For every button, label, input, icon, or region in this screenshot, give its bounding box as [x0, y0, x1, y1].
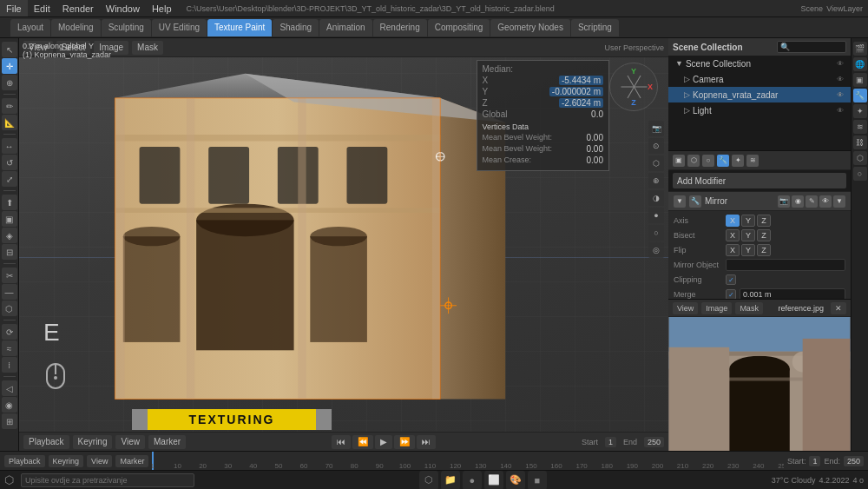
particles-props-btn[interactable]: ✦ — [853, 104, 867, 118]
timeline-playback-btn[interactable]: Playback — [4, 455, 45, 467]
tab-layout[interactable]: Layout — [10, 19, 50, 36]
loop-cut-btn[interactable]: ⊟ — [2, 244, 17, 260]
gizmo-z-axis[interactable]: Z — [631, 98, 636, 107]
push-pull-btn[interactable]: ⊞ — [2, 413, 17, 429]
axis-y-btn[interactable]: Y — [741, 215, 755, 227]
ie-image-btn[interactable]: Image — [701, 302, 732, 314]
scene-collection-toggle[interactable]: 👁 — [837, 60, 844, 68]
modifier-tab-object[interactable]: ▣ — [673, 155, 685, 167]
camera-view-btn[interactable]: 📷 — [648, 121, 664, 136]
marker-btn[interactable]: Marker — [148, 435, 186, 449]
modifier-apply-btn[interactable]: ▼ — [833, 195, 845, 208]
timeline-marker-btn[interactable]: Marker — [115, 455, 148, 467]
slide-btn[interactable]: ◁ — [2, 380, 17, 396]
timeline-track[interactable]: 1 10 20 30 40 50 60 70 80 90 100 110 120… — [152, 452, 784, 470]
outliner-search-input[interactable] — [777, 41, 846, 53]
move-tool-btn[interactable]: ⊕ — [2, 75, 17, 90]
rotate-btn[interactable]: ↺ — [2, 155, 17, 170]
shading-rendered-btn[interactable]: ◎ — [648, 242, 664, 258]
playback-btn[interactable]: Playback — [23, 435, 69, 449]
extrude-btn[interactable]: ⬆ — [2, 195, 17, 210]
flip-z-btn[interactable]: Z — [757, 244, 771, 256]
modifier-tab-material[interactable]: ○ — [702, 155, 714, 167]
mean-bevel-val-1[interactable]: 0.00 — [587, 133, 603, 142]
scene-props-btn[interactable]: 🎬 — [853, 42, 867, 56]
gizmo-y-axis[interactable]: Y — [631, 67, 636, 76]
mirror-object-value[interactable] — [726, 259, 845, 271]
gizmo-x-axis[interactable]: X — [648, 83, 653, 91]
add-modifier-btn[interactable]: Add Modifier — [673, 173, 846, 188]
merge-checkbox[interactable] — [726, 289, 736, 299]
world-props-btn[interactable]: 🌐 — [853, 57, 867, 71]
next-keyframe-btn[interactable]: ⏩ — [394, 435, 415, 449]
taskbar-code-btn[interactable]: ⬜ — [484, 471, 503, 490]
menu-file[interactable]: File — [0, 0, 28, 17]
cursor-tool-btn[interactable]: ✛ — [2, 58, 17, 74]
view-timeline-btn[interactable]: View — [115, 435, 145, 449]
modifier-realtime-btn[interactable]: 👁 — [819, 195, 832, 208]
tab-sculpting[interactable]: Sculpting — [102, 19, 151, 36]
tab-animation[interactable]: Animation — [319, 19, 372, 36]
shading-solid-btn[interactable]: ● — [648, 208, 664, 223]
tab-geometry-nodes[interactable]: Geometry Nodes — [490, 19, 570, 36]
annotate-btn[interactable]: ✏ — [2, 98, 17, 114]
select-tool-btn[interactable]: ↖ — [2, 42, 17, 57]
prev-keyframe-btn[interactable]: ⏪ — [352, 435, 373, 449]
constraints-props-btn[interactable]: ⛓ — [853, 135, 867, 149]
keyring-btn[interactable]: Keyring — [73, 435, 113, 449]
timeline-keyring-btn[interactable]: Keyring — [49, 455, 84, 467]
menu-help[interactable]: Help — [146, 0, 178, 17]
light-visibility-btn[interactable]: 👁 — [837, 107, 844, 115]
tab-shading[interactable]: Shading — [273, 19, 319, 36]
modifier-edit-btn[interactable]: ✎ — [806, 195, 818, 208]
gizmo-circle[interactable]: X Y Z — [609, 63, 658, 111]
tab-uv-editing[interactable]: UV Editing — [152, 19, 207, 36]
bisect-z-btn[interactable]: Z — [757, 229, 771, 241]
axis-z-btn[interactable]: Z — [757, 215, 771, 227]
start-val[interactable]: 1 — [809, 456, 820, 466]
bisect-btn[interactable]: — — [2, 284, 17, 300]
randomize-btn[interactable]: ⁞ — [2, 357, 17, 373]
shading-material-btn[interactable]: ○ — [648, 225, 664, 241]
xray-btn[interactable]: ◑ — [648, 190, 664, 206]
flip-y-btn[interactable]: Y — [741, 244, 755, 256]
z-value[interactable]: -2.6024 m — [559, 98, 603, 108]
camera-visibility-btn[interactable]: 👁 — [837, 76, 844, 83]
tab-compositing[interactable]: Compositing — [428, 19, 490, 36]
ie-close-btn[interactable]: ✕ — [831, 302, 846, 314]
end-frame-value[interactable]: 250 — [644, 437, 664, 447]
overlays-btn[interactable]: ⊕ — [648, 173, 664, 188]
kopnena-visibility-btn[interactable]: 👁 — [837, 91, 844, 99]
smooth-btn[interactable]: ≈ — [2, 340, 17, 356]
flip-x-btn[interactable]: X — [726, 244, 740, 256]
x-value[interactable]: -5.4434 m — [559, 76, 603, 85]
tab-rendering[interactable]: Rendering — [373, 19, 427, 36]
object-props-btn[interactable]: ▣ — [853, 73, 867, 87]
modifier-tab-data[interactable]: ⬡ — [687, 155, 700, 167]
modifier-tab-particles[interactable]: ✦ — [732, 155, 744, 167]
timeline-view-btn[interactable]: View — [87, 455, 112, 467]
start-frame-value[interactable]: 1 — [605, 437, 616, 447]
inset-btn[interactable]: ▣ — [2, 211, 17, 227]
taskbar-blender-btn[interactable]: ⬡ — [419, 471, 438, 490]
ie-mask-btn[interactable]: Mask — [735, 302, 763, 314]
modifier-tab-physics[interactable]: ≋ — [746, 155, 759, 167]
taskbar-explorer-btn[interactable]: 📁 — [441, 471, 460, 490]
taskbar-misc-btn[interactable]: ■ — [528, 471, 547, 490]
bisect-x-btn[interactable]: X — [726, 229, 740, 241]
material-props-btn[interactable]: ○ — [853, 167, 867, 181]
mean-bevel-val-2[interactable]: 0.00 — [587, 144, 603, 154]
menu-render[interactable]: Render — [56, 0, 100, 17]
viewport-3d[interactable]: View Select Image Mask User Perspective — [19, 38, 668, 451]
perspective-btn[interactable]: ⬡ — [648, 155, 664, 171]
measure-btn[interactable]: 📐 — [2, 115, 17, 130]
clipping-checkbox[interactable] — [726, 274, 736, 285]
image-editor-content[interactable] — [668, 317, 851, 451]
modifier-render-btn[interactable]: ◉ — [792, 195, 804, 208]
end-val[interactable]: 250 — [844, 456, 864, 466]
mask-btn[interactable]: Mask — [132, 41, 163, 55]
global-value[interactable]: 0.0 — [591, 109, 603, 119]
jump-start-btn[interactable]: ⏮ — [332, 435, 351, 449]
play-btn[interactable]: ▶ — [375, 435, 392, 449]
shrink-btn[interactable]: ◉ — [2, 397, 17, 413]
